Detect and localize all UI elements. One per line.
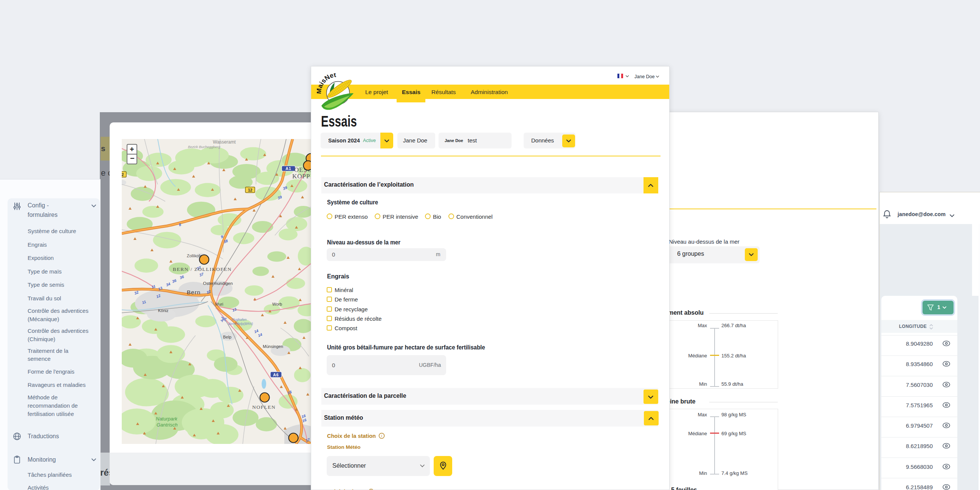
svg-text:i: i — [381, 434, 382, 438]
svg-text:Flughafen: Flughafen — [231, 318, 247, 322]
svg-text:Belp: Belp — [223, 335, 231, 339]
svg-text:Köniz: Köniz — [158, 308, 169, 313]
svg-text:A6: A6 — [273, 373, 278, 377]
svg-text:Wasseramt: Wasseramt — [213, 140, 236, 145]
svg-text:Bezirk Bucheggberg: Bezirk Bucheggberg — [188, 145, 220, 149]
svg-text:Ostermundigen: Ostermundigen — [203, 281, 233, 285]
svg-text:BERN / ZOLLIKOFEN: BERN / ZOLLIKOFEN — [173, 266, 232, 272]
svg-text:A1: A1 — [285, 166, 291, 171]
svg-text:Bern: Bern — [187, 289, 201, 295]
svg-text:Bern-Belp(BRN): Bern-Belp(BRN) — [228, 322, 253, 326]
svg-text:Muri: Muri — [215, 302, 223, 306]
svg-text:Worb: Worb — [272, 302, 282, 306]
svg-text:12: 12 — [122, 172, 124, 177]
svg-text:Gantrisch: Gantrisch — [156, 422, 178, 428]
svg-text:Münsingen: Münsingen — [263, 344, 283, 349]
svg-text:KOPPI: KOPPI — [292, 173, 311, 180]
svg-text:Naturpark: Naturpark — [156, 416, 178, 422]
svg-text:NOFLEN: NOFLEN — [252, 404, 275, 410]
svg-text:12: 12 — [248, 188, 253, 192]
